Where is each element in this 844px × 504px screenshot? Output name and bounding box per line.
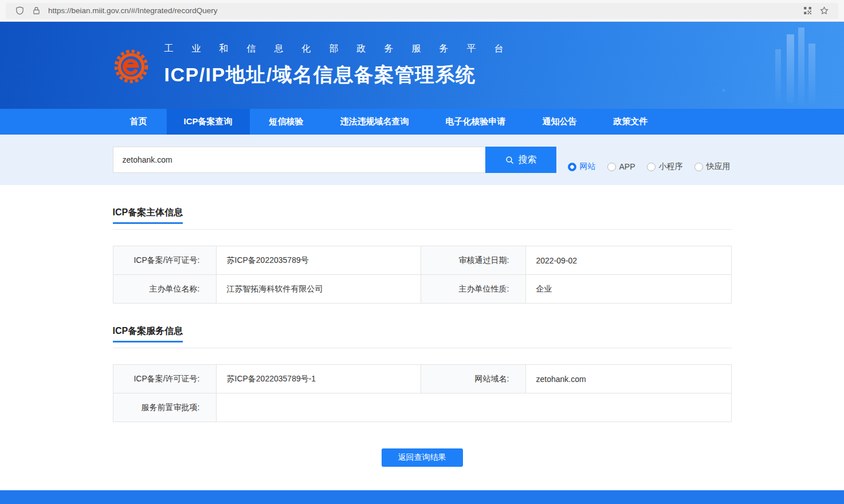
field-label: 审核通过日期: — [421, 246, 525, 275]
bookmark-star-icon[interactable] — [819, 6, 829, 15]
radio-website[interactable]: 网站 — [568, 162, 596, 172]
radio-label: 网站 — [580, 162, 596, 172]
radio-unchecked-icon — [694, 163, 703, 171]
subject-info-section: ICP备案主体信息 ICP备案/许可证号: 苏ICP备2022035789号 审… — [113, 207, 732, 304]
section-divider — [113, 348, 732, 348]
field-label: 主办单位名称: — [113, 275, 216, 304]
radio-unchecked-icon — [607, 163, 616, 171]
nav-item-icp-query[interactable]: ICP备案查询 — [167, 109, 250, 135]
field-label: ICP备案/许可证号: — [113, 246, 216, 275]
service-info-table: ICP备案/许可证号: 苏ICP备2022035789号-1 网站域名: zet… — [113, 364, 732, 422]
main-nav: 首页 ICP备案查询 短信核验 违法违规域名查询 电子化核验申请 通知公告 政策… — [0, 109, 844, 135]
field-value: 企业 — [525, 275, 731, 304]
field-label: 网站域名: — [421, 365, 525, 393]
radio-app[interactable]: APP — [607, 162, 635, 171]
search-icon — [505, 155, 515, 165]
table-row: 主办单位名称: 江苏智拓海科软件有限公司 主办单位性质: 企业 — [113, 275, 731, 304]
table-row: ICP备案/许可证号: 苏ICP备2022035789号 审核通过日期: 202… — [113, 246, 731, 275]
field-label: ICP备案/许可证号: — [113, 365, 216, 393]
nav-item-sms-verify[interactable]: 短信核验 — [252, 109, 321, 135]
table-row: 服务前置审批项: — [113, 393, 731, 422]
field-value: zetohank.com — [525, 365, 731, 393]
field-label: 服务前置审批项: — [113, 393, 216, 422]
url-text[interactable]: https://beian.miit.gov.cn/#/Integrated/r… — [48, 6, 799, 15]
radio-checked-icon — [568, 163, 576, 171]
field-value: 苏ICP备2022035789号-1 — [216, 365, 421, 393]
radio-miniprogram[interactable]: 小程序 — [647, 162, 683, 172]
field-value: 苏ICP备2022035789号 — [216, 246, 421, 275]
qr-code-icon[interactable] — [803, 6, 812, 15]
query-result-main: ICP备案主体信息 ICP备案/许可证号: 苏ICP备2022035789号 审… — [0, 185, 844, 490]
nav-item-e-verification-apply[interactable]: 电子化核验申请 — [429, 109, 523, 135]
page-title: ICP/IP地址/域名信息备案管理系统 — [164, 62, 522, 88]
search-button[interactable]: 搜索 — [485, 147, 556, 173]
nav-item-notices[interactable]: 通知公告 — [525, 109, 594, 135]
lock-icon[interactable] — [32, 6, 41, 15]
site-header: 工业和信息化部政务服务平台 ICP/IP地址/域名信息备案管理系统 — [0, 22, 844, 109]
footer-bar — [0, 490, 844, 504]
service-info-section: ICP备案服务信息 ICP备案/许可证号: 苏ICP备2022035789号-1… — [113, 325, 732, 422]
nav-item-policy-files[interactable]: 政策文件 — [596, 109, 665, 135]
header-subtitle: 工业和信息化部政务服务平台 — [164, 43, 522, 55]
radio-quickapp[interactable]: 快应用 — [694, 162, 731, 172]
nav-item-illegal-domain-query[interactable]: 违法违规域名查询 — [323, 109, 426, 135]
service-info-title: ICP备案服务信息 — [113, 325, 183, 342]
nav-item-home[interactable]: 首页 — [113, 109, 164, 135]
search-button-label: 搜索 — [519, 154, 537, 166]
header-text-block: 工业和信息化部政务服务平台 ICP/IP地址/域名信息备案管理系统 — [164, 43, 522, 88]
radio-unchecked-icon — [647, 163, 655, 171]
back-to-results-button[interactable]: 返回查询结果 — [382, 448, 463, 467]
field-label: 主办单位性质: — [421, 275, 525, 304]
field-value — [216, 393, 731, 422]
shield-icon[interactable] — [15, 6, 25, 15]
table-row: ICP备案/许可证号: 苏ICP备2022035789号-1 网站域名: zet… — [113, 365, 731, 393]
query-type-radio-group: 网站 APP 小程序 快应用 — [568, 162, 731, 173]
search-input[interactable] — [113, 147, 485, 173]
field-value: 2022-09-02 — [525, 246, 731, 275]
site-logo-icon — [113, 48, 150, 85]
field-value: 江苏智拓海科软件有限公司 — [216, 275, 421, 304]
subject-info-title: ICP备案主体信息 — [113, 207, 183, 224]
url-bar[interactable]: https://beian.miit.gov.cn/#/Integrated/r… — [6, 3, 838, 19]
search-section: 搜索 网站 APP 小程序 快应用 — [0, 135, 844, 185]
section-divider — [113, 229, 732, 230]
radio-label: APP — [619, 162, 635, 171]
radio-label: 小程序 — [659, 162, 683, 172]
browser-bar: https://beian.miit.gov.cn/#/Integrated/r… — [0, 0, 844, 22]
radio-label: 快应用 — [706, 162, 731, 172]
subject-info-table: ICP备案/许可证号: 苏ICP备2022035789号 审核通过日期: 202… — [113, 246, 732, 304]
